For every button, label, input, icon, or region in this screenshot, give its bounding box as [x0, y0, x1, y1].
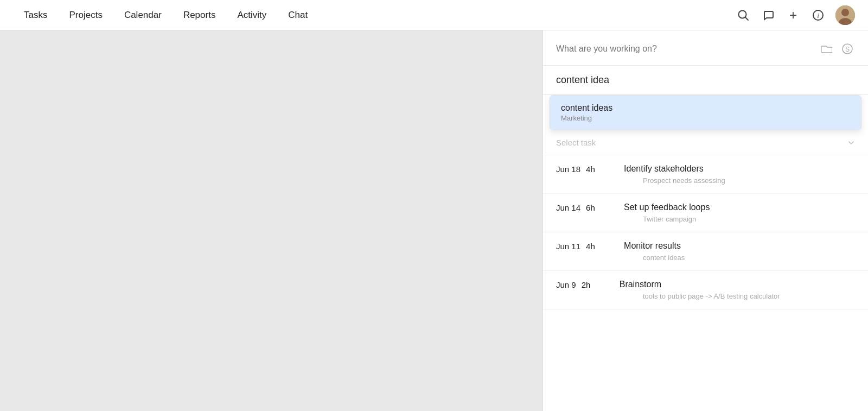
entry-duration: 6h: [586, 203, 613, 212]
nav-reports[interactable]: Reports: [173, 0, 227, 30]
nav-activity[interactable]: Activity: [226, 0, 277, 30]
entry-duration: 4h: [586, 242, 613, 251]
entry-project: Prospect needs assessing: [643, 176, 725, 185]
tracker-search-input[interactable]: [556, 44, 814, 54]
svg-point-5: [841, 9, 849, 16]
nav-calendar[interactable]: Calendar: [113, 0, 173, 30]
entry-project: Twitter campaign: [643, 215, 696, 223]
suggestion-item[interactable]: content ideas Marketing: [550, 96, 861, 130]
nav-chat[interactable]: Chat: [277, 0, 318, 30]
time-entries: Jun 18 4h Identify stakeholders Prospect…: [543, 155, 868, 309]
chevron-down-icon: [847, 139, 855, 147]
entry-duration: 4h: [586, 165, 613, 174]
nav-projects[interactable]: Projects: [58, 0, 113, 30]
time-entry: Jun 14 6h Set up feedback loops Twitter …: [543, 194, 868, 232]
suggestion-subtitle: Marketing: [561, 114, 850, 122]
info-icon[interactable]: i: [810, 8, 826, 23]
time-entry: Jun 18 4h Identify stakeholders Prospect…: [543, 155, 868, 194]
nav-tasks[interactable]: Tasks: [13, 0, 58, 30]
nav-right: + i: [736, 5, 855, 25]
entry-project: content ideas: [643, 254, 685, 262]
select-task-row[interactable]: Select task: [543, 130, 868, 155]
search-icon[interactable]: [736, 8, 751, 23]
entry-date: Jun 14: [556, 203, 580, 212]
entry-date: Jun 11: [556, 242, 580, 251]
folder-icon[interactable]: [819, 41, 834, 56]
avatar[interactable]: [835, 5, 855, 25]
add-icon[interactable]: +: [786, 8, 801, 23]
entry-task: Set up feedback loops: [624, 203, 855, 212]
nav-links: Tasks Projects Calendar Reports Activity…: [13, 0, 318, 30]
main-area: S content idea content ideas Marketing S…: [0, 30, 868, 411]
search-typed-text: content idea: [556, 74, 609, 85]
entry-project: tools to public page -> A/B testing calc…: [643, 292, 780, 300]
navbar: Tasks Projects Calendar Reports Activity…: [0, 0, 868, 30]
svg-text:S: S: [845, 46, 850, 53]
entry-date: Jun 9: [556, 280, 576, 289]
chat-icon[interactable]: [761, 8, 776, 23]
tracker-header: S: [543, 30, 868, 66]
svg-text:i: i: [817, 11, 819, 20]
tracker-header-icons: S: [819, 41, 855, 56]
select-task-label: Select task: [556, 138, 596, 147]
suggestion-dropdown: content ideas Marketing: [550, 95, 861, 130]
tracker-panel: S content idea content ideas Marketing S…: [542, 30, 868, 411]
dollar-circle-icon[interactable]: S: [840, 41, 855, 56]
time-entry: Jun 9 2h Brainstorm tools to public page…: [543, 271, 868, 309]
entry-duration: 2h: [582, 280, 609, 289]
svg-line-1: [745, 17, 749, 20]
entry-date: Jun 18: [556, 165, 580, 174]
search-text-area: content idea: [543, 66, 868, 95]
entry-task: Identify stakeholders: [624, 164, 855, 174]
entry-task: Brainstorm: [620, 280, 855, 289]
suggestion-title: content ideas: [561, 103, 850, 113]
entry-task: Monitor results: [624, 241, 855, 251]
time-entry: Jun 11 4h Monitor results content ideas: [543, 232, 868, 271]
